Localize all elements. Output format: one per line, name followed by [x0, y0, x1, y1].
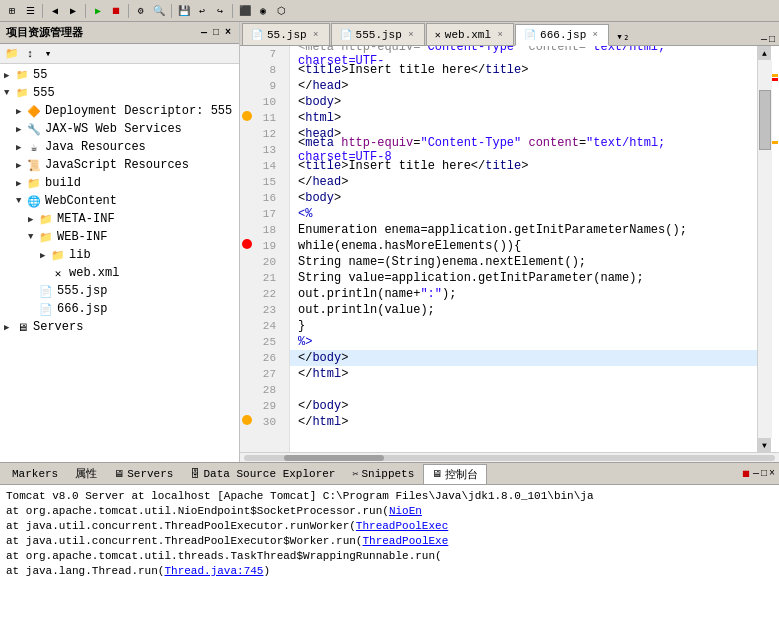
main-area: 项目资源管理器 — □ × 📁 ↕ ▾ ▶ 📁 55 ▼ 📁	[0, 22, 779, 462]
tree-label-webxml: web.xml	[69, 266, 119, 280]
jaxws-icon: 🔧	[26, 122, 42, 136]
code-text-area[interactable]: <meta http-equiv="Content-Type" content=…	[290, 46, 757, 452]
tree-arrow-jaxws[interactable]: ▶	[16, 124, 26, 135]
tree-item-build[interactable]: ▶ 📁 build	[0, 174, 239, 192]
panel-maximize-btn[interactable]: □	[211, 27, 221, 38]
code-editor: 7 8 9 10 11	[240, 46, 779, 462]
tree-arrow-webcontent[interactable]: ▼	[16, 196, 26, 206]
tree-arrow-dd555[interactable]: ▶	[16, 106, 26, 117]
view-menu-icon[interactable]: ▾	[40, 46, 56, 62]
tree-arrow-55[interactable]: ▶	[4, 70, 14, 81]
tab-servers-icon: 🖥	[114, 468, 124, 480]
tab-555jsp[interactable]: 📄 555.jsp ×	[331, 23, 425, 45]
tree-item-webinf[interactable]: ▼ 📁 WEB-INF	[0, 228, 239, 246]
bottom-maximize-btn[interactable]: □	[761, 468, 767, 479]
tree-arrow-jsres[interactable]: ▶	[16, 160, 26, 171]
console-link-5[interactable]: Thread.java:745	[164, 565, 263, 577]
toolbar-icon-9[interactable]: ⬡	[273, 3, 289, 19]
scroll-thumb[interactable]	[759, 90, 771, 150]
tab-webxml[interactable]: ✕ web.xml ×	[426, 23, 514, 45]
tab-close-666jsp[interactable]: ×	[590, 30, 600, 40]
toolbar-sep-3	[128, 4, 129, 18]
tree-item-666jsp[interactable]: ▶ 📄 666.jsp	[0, 300, 239, 318]
tree-arrow-javares[interactable]: ▶	[16, 142, 26, 153]
tree-arrow-build[interactable]: ▶	[16, 178, 26, 189]
tab-markers[interactable]: Markers	[4, 464, 66, 484]
gutter-row-16: 16	[240, 190, 289, 206]
panel-minimize-btn[interactable]: —	[199, 27, 209, 38]
toolbar-icon-2[interactable]: ☰	[22, 3, 38, 19]
console-text-1: at org.apache.tomcat.util.NioEndpoint$So…	[6, 505, 389, 517]
editor-maximize-btn[interactable]: □	[769, 34, 775, 45]
link-editor-icon[interactable]: ↕	[22, 46, 38, 62]
toolbar-icon-3[interactable]: ◀	[47, 3, 63, 19]
editor-vscrollbar[interactable]: ▲ ▼	[757, 46, 771, 452]
bottom-minimize-btn[interactable]: —	[753, 468, 759, 479]
editor-hscrollbar[interactable]	[240, 452, 779, 462]
hscrollbar-track[interactable]	[244, 455, 775, 461]
tree-item-55[interactable]: ▶ 📁 55	[0, 66, 239, 84]
line-num-13: 13	[254, 144, 276, 156]
tree-item-555jsp[interactable]: ▶ 📄 555.jsp	[0, 282, 239, 300]
tree-arrow-servers[interactable]: ▶	[4, 322, 14, 333]
code-content[interactable]: 7 8 9 10 11	[240, 46, 779, 452]
tab-properties[interactable]: 属性	[67, 464, 105, 484]
tree-arrow-555[interactable]: ▼	[4, 88, 14, 98]
tab-datasource[interactable]: 🗄 Data Source Explorer	[182, 464, 343, 484]
dd-icon: 🔶	[26, 104, 42, 118]
scroll-track[interactable]	[758, 60, 772, 438]
console-link-2[interactable]: ThreadPoolExec	[356, 520, 448, 532]
toolbar-redo[interactable]: ↪	[212, 3, 228, 19]
tree-item-metainf[interactable]: ▶ 📁 META-INF	[0, 210, 239, 228]
toolbar-icon-7[interactable]: ⬛	[237, 3, 253, 19]
gutter-row-18: 18	[240, 222, 289, 238]
tab-console[interactable]: 🖥 控制台	[423, 464, 487, 484]
toolbar-icon-6[interactable]: 🔍	[151, 3, 167, 19]
toolbar-icon-5[interactable]: ⚙	[133, 3, 149, 19]
gutter-row-28: 28	[240, 382, 289, 398]
toolbar-stop[interactable]: ⏹	[108, 3, 124, 19]
tab-666jsp[interactable]: 📄 666.jsp ×	[515, 24, 609, 46]
editor-minimize-btn[interactable]: —	[761, 34, 767, 45]
project-explorer-title: 项目资源管理器	[6, 25, 83, 40]
tree-item-dd555[interactable]: ▶ 🔶 Deployment Descriptor: 555	[0, 102, 239, 120]
tree-item-webcontent[interactable]: ▼ 🌐 WebContent	[0, 192, 239, 210]
gutter: 7 8 9 10 11	[240, 46, 290, 452]
tree-arrow-webinf[interactable]: ▼	[28, 232, 38, 242]
toolbar-undo[interactable]: ↩	[194, 3, 210, 19]
console-link-3[interactable]: ThreadPoolExe	[362, 535, 448, 547]
tree-item-jsres[interactable]: ▶ 📜 JavaScript Resources	[0, 156, 239, 174]
tree-item-jaxws[interactable]: ▶ 🔧 JAX-WS Web Services	[0, 120, 239, 138]
tree-item-webxml[interactable]: ▶ ✕ web.xml	[0, 264, 239, 282]
tree-item-servers[interactable]: ▶ 🖥 Servers	[0, 318, 239, 336]
tree-arrow-metainf[interactable]: ▶	[28, 214, 38, 225]
console-stop-btn[interactable]: ⏹	[741, 468, 751, 480]
tree-item-555[interactable]: ▼ 📁 555	[0, 84, 239, 102]
code-line-10: <body>	[290, 94, 757, 110]
console-link-1[interactable]: NioEn	[389, 505, 422, 517]
tree-arrow-lib[interactable]: ▶	[40, 250, 50, 261]
tab-servers[interactable]: 🖥 Servers	[106, 464, 181, 484]
console-line-5: at java.lang.Thread.run(Thread.java:745)	[6, 564, 773, 579]
tab-close-555jsp[interactable]: ×	[406, 30, 416, 40]
toolbar-save[interactable]: 💾	[176, 3, 192, 19]
hscrollbar-thumb[interactable]	[284, 455, 384, 461]
tab-overflow-btn[interactable]: ▾₂	[610, 28, 635, 45]
scroll-up-btn[interactable]: ▲	[758, 46, 772, 60]
scroll-down-btn[interactable]: ▼	[758, 438, 772, 452]
tree-item-lib[interactable]: ▶ 📁 lib	[0, 246, 239, 264]
tree-item-javares[interactable]: ▶ ☕ Java Resources	[0, 138, 239, 156]
toolbar-run[interactable]: ▶	[90, 3, 106, 19]
bottom-close-btn[interactable]: ×	[769, 468, 775, 479]
panel-close-btn[interactable]: ×	[223, 27, 233, 38]
tab-55jsp[interactable]: 📄 55.jsp ×	[242, 23, 330, 45]
toolbar-icon-4[interactable]: ▶	[65, 3, 81, 19]
tab-snippets[interactable]: ✂ Snippets	[344, 464, 422, 484]
toolbar-icon-1[interactable]: ⊞	[4, 3, 20, 19]
tab-close-webxml[interactable]: ×	[495, 30, 505, 40]
console-line-4: at org.apache.tomcat.util.threads.TaskTh…	[6, 549, 773, 564]
line-num-27: 27	[254, 368, 276, 380]
toolbar-icon-8[interactable]: ◉	[255, 3, 271, 19]
tab-close-55jsp[interactable]: ×	[311, 30, 321, 40]
collapse-all-icon[interactable]: 📁	[4, 46, 20, 62]
